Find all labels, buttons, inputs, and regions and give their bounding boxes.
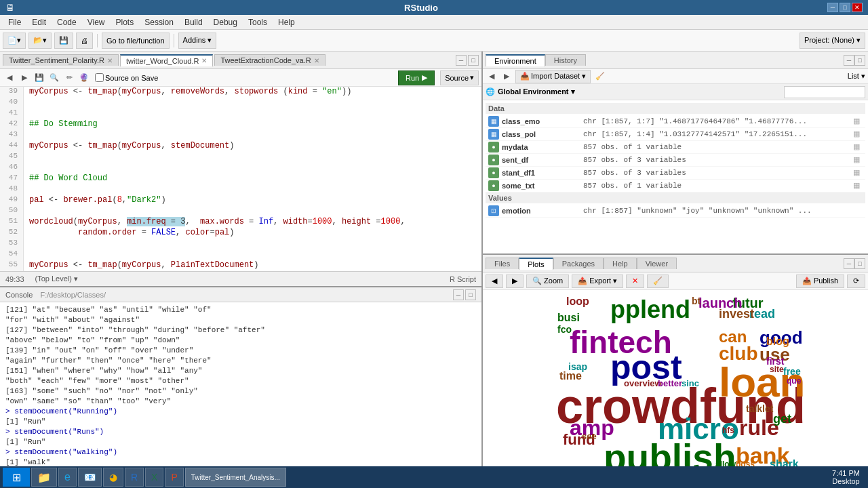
start-button[interactable]: ⊞ (3, 468, 30, 487)
plots-back-btn[interactable]: ◀ (486, 274, 503, 288)
taskbar-icon-explorer[interactable]: 📁 (31, 468, 57, 487)
word-fintech: fintech (570, 324, 672, 361)
env-row-class_emo[interactable]: ▦ class_emo chr [1:857, 1:7] "1.46871776… (486, 115, 865, 128)
env-minimize-btn[interactable]: ─ (844, 55, 854, 66)
editor-tab-0-close[interactable]: ✕ (107, 57, 113, 64)
console-content[interactable]: [121] "at" "because" "as" "until" "while… (0, 302, 481, 476)
env-row-sent_df[interactable]: ● sent_df 857 obs. of 3 variables ▦ (486, 154, 865, 167)
print-btn[interactable]: 🖨 (76, 33, 93, 49)
new-file-btn[interactable]: 📄▾ (3, 33, 26, 49)
env-search-input[interactable] (784, 86, 865, 98)
env-desc-stant_df1: 857 obs. of 3 variables (583, 169, 850, 177)
top-level: (Top Level) ▾ (35, 274, 78, 283)
plots-tab-packages[interactable]: Packages (553, 258, 604, 269)
search-btn[interactable]: 🔍 (47, 71, 61, 85)
close-btn[interactable]: ✕ (852, 3, 863, 12)
plots-minimize-btn[interactable]: ─ (844, 258, 854, 269)
forward-btn[interactable]: ▶ (18, 71, 31, 85)
env-grid-sent_df[interactable]: ▦ (853, 155, 863, 165)
plots-tab-viewer[interactable]: Viewer (637, 258, 677, 269)
word-fco: fco (557, 324, 572, 335)
env-maximize-btn[interactable]: □ (854, 55, 865, 66)
editor-tab-0[interactable]: Twitter_Sentiment_Polarity.R ✕ (3, 54, 119, 66)
menu-debug[interactable]: Debug (208, 16, 243, 28)
minimize-btn[interactable]: ─ (827, 3, 838, 12)
import-dataset-btn[interactable]: 📥 Import Dataset ▾ (515, 70, 591, 83)
env-grid-class_pol[interactable]: ▦ (853, 129, 863, 139)
menu-build[interactable]: Build (179, 16, 208, 28)
save-file-btn[interactable]: 💾 (33, 71, 46, 85)
code-editor[interactable]: 39 myCorpus <- tm_map(myCorpus, removeWo… (0, 87, 481, 271)
taskbar-icon-r[interactable]: R (125, 468, 144, 487)
project-btn[interactable]: Project: (None) ▾ (800, 33, 865, 49)
env-tab-history[interactable]: History (545, 54, 586, 66)
plots-publish-btn[interactable]: 📤 Publish (796, 274, 844, 288)
addins-btn[interactable]: Addins ▾ (178, 33, 217, 49)
code-line-47: 47 ## Do Word Cloud (0, 174, 481, 184)
env-tab-environment[interactable]: Environment (486, 54, 545, 66)
edit-btn[interactable]: ✏ (62, 71, 76, 85)
plots-fwd-btn[interactable]: ▶ (506, 274, 524, 288)
go-to-file-label: Go to file/function (106, 37, 165, 45)
plots-refresh-btn[interactable]: ⟳ (847, 274, 865, 288)
plots-export-btn[interactable]: 📤 Export ▾ (572, 274, 623, 288)
restore-btn[interactable]: □ (840, 3, 850, 12)
taskbar-icon-chrome[interactable]: ◕ (103, 468, 123, 487)
env-grid-stant_df1[interactable]: ▦ (853, 168, 863, 178)
menu-help[interactable]: Help (273, 16, 300, 28)
plots-tab-files[interactable]: Files (486, 258, 519, 269)
taskbar-icon-excel[interactable]: X (145, 468, 163, 487)
env-row-stant_df1[interactable]: ● stant_df1 857 obs. of 3 variables ▦ (486, 167, 865, 180)
menu-file[interactable]: File (3, 16, 26, 28)
env-fwd-btn[interactable]: ▶ (500, 70, 513, 83)
env-row-some_txt[interactable]: ● some_txt 857 obs. of 1 variable ▦ (486, 180, 865, 192)
console-line-5: "again" "further" "then" "once" "here" "… (5, 356, 476, 366)
word-busi: busi (557, 312, 580, 324)
console-maximize-btn[interactable]: □ (465, 289, 476, 300)
run-btn[interactable]: Run ▶ (398, 70, 435, 85)
env-row-class_pol[interactable]: ▦ class_pol chr [1:857, 1:4] "1.03127774… (486, 128, 865, 141)
plots-tab-plots[interactable]: Plots (519, 258, 553, 270)
env-grid-mydata[interactable]: ▦ (853, 142, 863, 152)
console-line-4: [139] "in" "out" "on" "off" "over" "unde… (5, 346, 476, 356)
source-on-save-checkbox[interactable] (95, 73, 104, 82)
plots-broom-btn[interactable]: 🧹 (647, 274, 669, 288)
menu-code[interactable]: Code (52, 16, 82, 28)
console-minimize-btn[interactable]: ─ (453, 289, 464, 300)
editor-maximize-btn[interactable]: □ (468, 55, 479, 66)
taskbar-icon-mail[interactable]: 📧 (78, 468, 102, 487)
save-btn[interactable]: 💾 (54, 33, 73, 49)
editor-tab-1-close[interactable]: ✕ (201, 57, 207, 64)
editor-minimize-btn[interactable]: ─ (456, 55, 467, 66)
menu-session[interactable]: Session (139, 16, 179, 28)
editor-tab-2[interactable]: TweetExtractionCode_va.R ✕ (214, 54, 325, 66)
back-btn[interactable]: ◀ (3, 71, 16, 85)
taskbar-active-item[interactable]: Twitter_Sentiment_Analysis... (185, 468, 286, 487)
plots-zoom-btn[interactable]: 🔍 Zoom (526, 274, 569, 288)
taskbar-icon-powerpoint[interactable]: P (165, 468, 183, 487)
env-row-emotion[interactable]: ⊡ emotion chr [1:857] "unknown" "joy" "u… (486, 205, 865, 218)
clear-env-btn[interactable]: 🧹 (593, 70, 607, 83)
plots-delete-btn[interactable]: ✕ (626, 274, 644, 288)
menu-tools[interactable]: Tools (243, 16, 273, 28)
go-to-file-btn[interactable]: Go to file/function (102, 33, 170, 49)
window-controls[interactable]: ─ □ ✕ (827, 3, 863, 12)
taskbar-icon-ie[interactable]: e (58, 468, 77, 487)
env-grid-class_emo[interactable]: ▦ (853, 117, 863, 126)
source-btn[interactable]: Source ▾ (440, 70, 479, 85)
menu-plots[interactable]: Plots (111, 16, 140, 28)
plots-maximize-btn[interactable]: □ (854, 258, 865, 269)
menu-edit[interactable]: Edit (26, 16, 52, 28)
open-file-btn[interactable]: 📂▾ (28, 33, 52, 49)
toolbar-sep-2 (174, 34, 174, 47)
magic-btn[interactable]: 🔮 (77, 71, 91, 85)
editor-tab-1[interactable]: twitter_Word_Cloud.R ✕ (120, 54, 213, 66)
env-back-btn[interactable]: ◀ (486, 70, 498, 83)
env-icon-class_pol: ▦ (488, 129, 499, 140)
plots-tab-help[interactable]: Help (604, 258, 637, 269)
menu-view[interactable]: View (82, 16, 111, 28)
env-row-mydata[interactable]: ● mydata 857 obs. of 1 variable ▦ (486, 141, 865, 154)
env-grid-some_txt[interactable]: ▦ (853, 181, 863, 190)
editor-tab-2-close[interactable]: ✕ (314, 57, 319, 64)
console-line-2: [127] "between" "into" "through" "during… (5, 325, 476, 336)
